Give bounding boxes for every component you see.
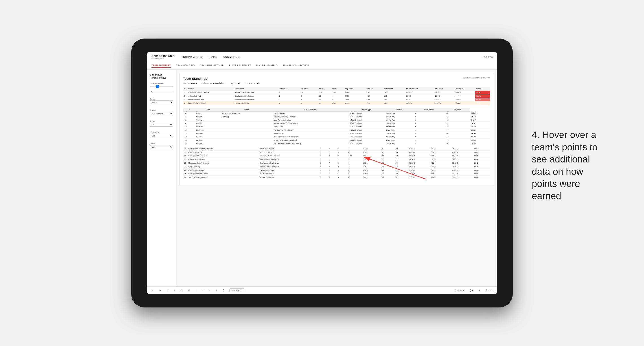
separator3: | <box>215 289 218 292</box>
chevron-down-icon: ▾ <box>463 289 464 291</box>
sidebar-division: Division NCAA Division I <box>150 109 173 117</box>
table-row[interactable]: 26 The Ohio State University Big Ten Con… <box>183 176 490 179</box>
col-school: School <box>187 87 234 91</box>
table-row[interactable]: 21 University of Alabama Southeastern Co… <box>183 158 490 161</box>
top-nav: SCOREBOARD Powered by clippd TOURNAMENTS… <box>147 52 497 62</box>
division-select[interactable]: NCAA Division I <box>150 112 173 115</box>
tab-team-h2h-heatmap[interactable]: TEAM H2H HEATMAP <box>200 64 224 67</box>
paste-button[interactable]: ⊞ <box>187 288 191 292</box>
app-powered-by: Powered by clippd <box>152 58 175 59</box>
table-row[interactable]: 22 Mississippi State University Southeas… <box>183 161 490 165</box>
filter-region-label: Region: <box>230 82 237 84</box>
table-row[interactable]: 24 University of Oregon Pac-12 Conferenc… <box>183 169 490 172</box>
filter-conference-value: All <box>256 82 259 84</box>
table-row-highlighted[interactable]: 4 Arizona State University Pac-12 Confer… <box>183 102 490 105</box>
col-conf-rank: Conf Rank <box>278 87 300 91</box>
tooltip-row[interactable]: 6 Univers... Arizona State University Ca… <box>183 112 490 115</box>
table-row[interactable]: 20 University of New Mexico Mountain Wes… <box>183 154 490 158</box>
report-container: Team Standings Update time: 13/03/2024 1… <box>179 73 494 186</box>
min-rounds-input[interactable] <box>150 90 173 93</box>
share-button[interactable]: ⤴ Share <box>485 288 494 292</box>
table-row[interactable]: 23 Duke University Atlantic Coast Confer… <box>183 165 490 169</box>
undo-button[interactable]: ↩ <box>150 288 154 292</box>
table-row[interactable]: 19 University of Texas Big 12 Conference… <box>183 151 490 154</box>
minus-button[interactable]: − <box>200 288 205 292</box>
min-rounds-slider[interactable] <box>150 86 173 87</box>
sidebar-section-title: CommitteePortal Review <box>150 73 173 80</box>
copy-button[interactable]: ⧉ <box>179 288 184 292</box>
division-label: Division <box>150 109 173 111</box>
view-original-label: View: Original <box>231 289 242 291</box>
grid-icon: ⊞ <box>478 289 480 292</box>
tab-player-summary[interactable]: PLAYER SUMMARY <box>229 64 251 67</box>
tooltip-header-row: # Team Event Event Division Event Type R… <box>183 108 490 112</box>
share-label: Share <box>488 289 492 291</box>
region-select[interactable]: N/A All <box>150 123 173 127</box>
filter-region-value: All <box>238 82 240 84</box>
table-row[interactable]: 25 University of North Florida ASUN Conf… <box>183 172 490 176</box>
tab-player-h2h-grid[interactable]: PLAYER H2H GRID <box>256 64 277 67</box>
col-rank: # <box>183 87 187 91</box>
view-original-button[interactable]: View: Original <box>229 288 244 292</box>
table-row[interactable]: 2 Auburn University Southeastern Confere… <box>183 94 490 98</box>
share-icon: ⤴ <box>486 289 487 292</box>
grid-button[interactable]: ⊞ <box>477 288 482 292</box>
table-row[interactable]: 1 University of North Carolina Atlantic … <box>183 91 490 94</box>
watch-label: Watch <box>457 289 462 291</box>
eye-icon: 👁 <box>454 289 457 292</box>
undo-icon: ↩ <box>152 289 153 292</box>
redo-button[interactable]: ↪ <box>158 288 162 292</box>
report-title: Team Standings <box>183 77 207 80</box>
tooltip-row[interactable]: 7 Univers... University Southern Highlan… <box>183 115 490 118</box>
tooltip-row[interactable]: 13 Georgia Ben Hogan Collegiate Invitati… <box>183 135 490 139</box>
table-row[interactable]: 3 Vanderbilt University Southeastern Con… <box>183 98 490 102</box>
nav-committee[interactable]: COMMITTEE <box>224 56 240 58</box>
conference-select[interactable]: (All) <box>150 134 173 138</box>
tablet-screen: SCOREBOARD Powered by clippd TOURNAMENTS… <box>147 52 497 294</box>
table-header-row: # School Conference Conf Rank No. Tour B… <box>183 87 490 91</box>
slider-container <box>150 85 173 88</box>
tooltip-row[interactable]: 8 Univers... Amer An Intercollegiate NCA… <box>183 118 490 122</box>
watch-button[interactable]: 👁 Watch ▾ <box>453 288 465 292</box>
nav-teams[interactable]: TEAMS <box>208 56 217 58</box>
sidebar-min-rounds: Minimum Rounds <box>150 83 173 95</box>
tooltip-row[interactable]: 11 Florida I... The Cypress Point Classi… <box>183 128 490 132</box>
comment-button[interactable]: 💬 <box>468 288 474 292</box>
tab-team-h2h-grid[interactable]: TEAM H2H GRID <box>176 64 194 67</box>
school-select[interactable]: (All) <box>150 145 173 149</box>
col-points: Points <box>475 87 490 91</box>
tooltip-row[interactable]: 9 Univers... National Invitational Tourn… <box>183 122 490 125</box>
col-adj-score: Adj. Score <box>344 87 366 91</box>
filter-gender-label: Gender: <box>183 82 190 84</box>
nav-links: TOURNAMENTS TEAMS COMMITTEE <box>182 56 482 58</box>
tooltip-row[interactable]: 15 Univers... 2023 Sahalee Players Champ… <box>183 142 490 145</box>
tooltip-row[interactable]: 14 East Tar OFCC Fighting Illini Invitat… <box>183 139 490 142</box>
annotation-container: 4. Hover over a team's points to see add… <box>532 129 608 202</box>
tooltip-row[interactable]: 12 Univers... Williams Cup NCAA Division… <box>183 132 490 135</box>
standings-table: # School Conference Conf Rank No. Tour B… <box>183 87 490 105</box>
content-area: CommitteePortal Review Minimum Rounds Ge… <box>147 70 497 286</box>
redo-icon: ↪ <box>159 289 161 292</box>
sign-out-button[interactable]: Sign out <box>484 56 492 58</box>
annotation-text: 4. Hover over a team's points to see add… <box>532 129 608 202</box>
sub-nav: TEAM SUMMARY TEAM H2H GRID TEAM H2H HEAT… <box>147 62 497 70</box>
plus-button[interactable]: + <box>208 288 212 292</box>
col-conference: Conference <box>234 87 278 91</box>
plus-icon: + <box>209 289 210 292</box>
table-row[interactable]: 18 University of California, Berkeley Pa… <box>183 147 490 151</box>
reset-button[interactable]: ↺ <box>166 288 170 292</box>
tooltip-row[interactable]: 10 Univers... Copper Cup NCAA Division I… <box>183 125 490 128</box>
tablet-frame: SCOREBOARD Powered by clippd TOURNAMENTS… <box>131 38 513 308</box>
sidebar-region: Region N/A All <box>150 120 173 128</box>
col-vs25: Vs Top 25 <box>434 87 454 91</box>
col-low-score: Low Score <box>383 87 405 91</box>
school-label: School <box>150 143 173 145</box>
minus-icon: − <box>202 289 203 292</box>
clock-button[interactable]: ⏱ <box>221 288 226 292</box>
nav-tournaments[interactable]: TOURNAMENTS <box>182 56 202 58</box>
tab-player-h2h-heatmap[interactable]: PLAYER H2H HEATMAP <box>282 64 309 67</box>
sidebar-school: School (All) <box>150 143 173 151</box>
gender-select[interactable]: Men's Women's <box>150 100 173 104</box>
tab-team-summary[interactable]: TEAM SUMMARY <box>152 64 171 68</box>
copy-icon: ⧉ <box>181 289 182 292</box>
